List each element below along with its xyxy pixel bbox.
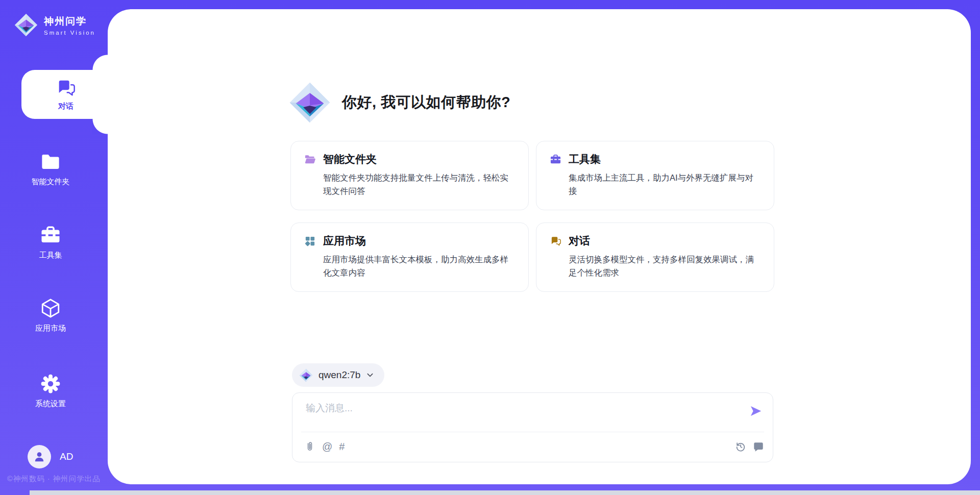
message-composer: @ # [292, 392, 773, 462]
feature-cards: 智能文件夹 智能文件夹功能支持批量文件上传与清洗，轻松实现文件问答 工具集 集成… [290, 141, 774, 292]
at-icon[interactable]: @ [322, 441, 332, 452]
cube-icon [40, 298, 61, 319]
sidebar-item-label: 智能文件夹 [32, 177, 70, 187]
active-tab-curve-top [92, 55, 108, 70]
card-app-market[interactable]: 应用市场 应用市场提供丰富长文本模板，助力高效生成多样化文章内容 [290, 222, 529, 292]
chevron-down-icon [366, 371, 374, 379]
horizontal-scrollbar[interactable] [30, 490, 980, 495]
gem-diamond-icon [289, 82, 331, 123]
folder-open-icon [304, 154, 316, 165]
sidebar-item-label: 应用市场 [35, 324, 66, 333]
card-description: 智能文件夹功能支持批量文件上传与清洗，轻松实现文件问答 [323, 171, 514, 197]
toolbox-icon [40, 225, 61, 246]
sidebar-item-app-market[interactable]: 应用市场 [0, 298, 101, 333]
card-title: 应用市场 [323, 234, 366, 248]
composer-tools-right [735, 441, 764, 452]
sidebar-item-label: 系统设置 [35, 399, 66, 409]
card-title: 对话 [569, 234, 590, 248]
card-description: 灵活切换多模型文件，支持多样回复效果调试，满足个性化需求 [569, 253, 760, 279]
card-description: 应用市场提供丰富长文本模板，助力高效生成多样化文章内容 [323, 253, 514, 279]
sidebar-item-label: 对话 [58, 102, 74, 111]
user-name: AD [60, 451, 73, 462]
brand-logo: 神州问学 Smart Vision [14, 13, 95, 37]
card-title: 智能文件夹 [323, 152, 377, 166]
card-smart-folder[interactable]: 智能文件夹 智能文件夹功能支持批量文件上传与清洗，轻松实现文件问答 [290, 141, 529, 210]
chat-bubble-icon[interactable] [753, 441, 764, 452]
message-input[interactable] [305, 401, 739, 429]
sidebar-item-settings[interactable]: 系统设置 [0, 373, 101, 409]
sidebar-item-label: 工具集 [39, 251, 62, 260]
sidebar-item-chat[interactable]: 对话 [21, 70, 110, 119]
brand-subtitle: Smart Vision [44, 30, 95, 36]
model-name: qwen2:7b [318, 369, 360, 381]
brand-name: 神州问学 [44, 15, 95, 28]
active-tab-curve-bottom [92, 119, 108, 134]
main-panel: 你好, 我可以如何帮助你? 智能文件夹 智能文件夹功能支持批量文件上传与清洗，轻… [108, 9, 971, 484]
greeting-header: 你好, 我可以如何帮助你? [289, 82, 510, 123]
chat-bubbles-icon [56, 78, 76, 98]
send-button[interactable] [749, 404, 763, 418]
sidebar-item-toolset[interactable]: 工具集 [0, 225, 101, 260]
paperclip-icon[interactable] [304, 441, 315, 452]
composer-divider [301, 432, 764, 432]
greeting-title: 你好, 我可以如何帮助你? [342, 92, 510, 113]
gem-diamond-icon [14, 13, 38, 37]
card-description: 集成市场上主流工具，助力AI与外界无缝扩展与对接 [569, 171, 760, 197]
folder-icon [40, 151, 61, 172]
briefcase-icon [550, 154, 561, 165]
history-icon[interactable] [735, 441, 746, 452]
copyright-footer: ©神州数码 · 神州问学出品 [7, 474, 101, 484]
send-plane-icon [749, 404, 763, 418]
gem-diamond-icon [299, 368, 313, 382]
avatar [28, 445, 51, 468]
app-window: 神州问学 Smart Vision 对话 智能文件夹 工具集 应用市场 系统设置 [0, 0, 980, 495]
card-title: 工具集 [569, 152, 601, 166]
card-toolset[interactable]: 工具集 集成市场上主流工具，助力AI与外界无缝扩展与对接 [536, 141, 774, 210]
composer-tools-left: @ # [304, 441, 345, 452]
model-selector[interactable]: qwen2:7b [292, 363, 384, 387]
apps-grid-icon [304, 235, 316, 247]
gear-icon [40, 373, 61, 394]
hash-icon[interactable]: # [339, 441, 345, 452]
sidebar-item-smart-folder[interactable]: 智能文件夹 [0, 151, 101, 187]
person-icon [33, 450, 46, 463]
card-chat[interactable]: 对话 灵活切换多模型文件，支持多样回复效果调试，满足个性化需求 [536, 222, 774, 292]
chat-bubbles-icon [550, 235, 561, 247]
user-account[interactable]: AD [28, 445, 73, 468]
